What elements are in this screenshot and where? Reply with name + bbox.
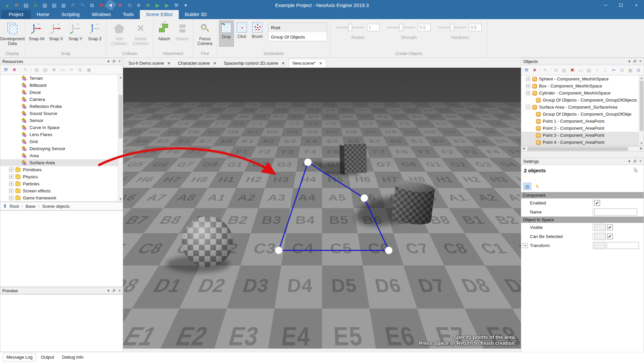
resource-item-curve-in-space[interactable]: Curve In Space bbox=[0, 124, 123, 131]
object-item-box[interactable]: +Box - Component_MeshInSpace bbox=[521, 82, 644, 89]
resource-item-surface-area[interactable]: Surface Area bbox=[0, 159, 123, 166]
visible-default-box[interactable] bbox=[594, 224, 606, 231]
cut-icon[interactable]: ✂ bbox=[610, 67, 617, 73]
delete-icon[interactable]: ✖ bbox=[97, 1, 106, 9]
tab-close-icon[interactable]: ✕ bbox=[281, 61, 285, 66]
resource-item-sensor[interactable]: Sensor bbox=[0, 117, 123, 124]
settings-pin-icon[interactable]: ⚲ bbox=[632, 159, 638, 164]
tools-icon[interactable]: ⚒ bbox=[172, 1, 181, 9]
scroll-left-icon[interactable]: ◀ bbox=[522, 146, 525, 150]
expand-icon[interactable]: + bbox=[9, 175, 13, 179]
scale-tool-icon[interactable]: ✥ bbox=[134, 1, 143, 9]
rename-icon[interactable]: ▭ bbox=[578, 67, 584, 73]
objects-pin-icon[interactable]: ⚲ bbox=[632, 59, 638, 64]
tab-close-icon[interactable]: ✕ bbox=[167, 61, 170, 66]
expand-icon[interactable]: + bbox=[9, 168, 13, 172]
save-all-icon[interactable]: ▦ bbox=[59, 1, 68, 9]
object-item-point-4[interactable]: Point 4 - Component_AreaPoint bbox=[521, 139, 644, 146]
new-file-icon[interactable]: ▤ bbox=[21, 1, 31, 9]
scroll-up-icon[interactable]: ▲ bbox=[118, 75, 123, 80]
slider-radius-value[interactable]: 1 bbox=[367, 24, 380, 31]
tab-close-icon[interactable]: ✕ bbox=[319, 61, 322, 66]
box-object[interactable] bbox=[344, 144, 367, 173]
add-collision-button[interactable]: Add Collision bbox=[109, 20, 129, 49]
snap-button-snap-x[interactable]: '''Snap X bbox=[47, 20, 65, 49]
transform-expander[interactable]: + bbox=[523, 243, 528, 248]
brush-mode-button[interactable]: Brush bbox=[250, 20, 265, 47]
drop-mode-button[interactable]: ↷ Drop bbox=[219, 20, 234, 47]
copy-icon[interactable]: ⧉ bbox=[619, 67, 625, 73]
slider-radius-track[interactable] bbox=[336, 27, 364, 28]
scene-tab-new-scene-[interactable]: New.scene*✕ bbox=[289, 59, 326, 68]
run-icon[interactable]: ▶ bbox=[162, 1, 171, 9]
resource-item-lens-flares[interactable]: Lens Flares bbox=[0, 131, 123, 138]
expand-icon[interactable]: − bbox=[526, 105, 530, 109]
document-icon[interactable]: ▤ bbox=[586, 67, 592, 73]
tab-windows[interactable]: Windows bbox=[86, 10, 117, 19]
expand-icon[interactable]: + bbox=[526, 91, 530, 95]
snap-button-snap-z[interactable]: '''Snap Z bbox=[86, 20, 104, 49]
breadcrumb-item-scene-objects[interactable]: Scene objects bbox=[42, 204, 70, 209]
import-resources-icon[interactable]: ⇊ bbox=[31, 1, 40, 9]
new-icon[interactable]: ▤ bbox=[561, 67, 568, 73]
properties-tab-icon[interactable]: ▤ bbox=[523, 183, 531, 190]
object-item-point-3[interactable]: Point 3 - Component_AreaPoint bbox=[521, 132, 644, 139]
tab-project[interactable]: Project bbox=[1, 10, 31, 19]
tab-builder-3d[interactable]: Builder 3D bbox=[179, 10, 213, 19]
resource-item-area[interactable]: Area bbox=[0, 152, 123, 159]
new-icon[interactable]: ▤ bbox=[42, 67, 49, 72]
visible-checkbox[interactable]: ✔ bbox=[607, 225, 613, 230]
preview-close-icon[interactable]: × bbox=[118, 288, 121, 293]
expand-icon[interactable]: + bbox=[9, 189, 13, 193]
resources-menu-icon[interactable]: ▾ bbox=[107, 59, 109, 64]
move-up-icon[interactable]: ↑ bbox=[594, 67, 600, 73]
resource-item-reflection-probe[interactable]: Reflection Probe bbox=[0, 103, 123, 110]
resource-item-terrain[interactable]: Terrain bbox=[0, 75, 123, 82]
name-input[interactable] bbox=[594, 208, 637, 216]
resource-item-grid[interactable]: Grid bbox=[0, 138, 123, 145]
close-button[interactable]: × bbox=[629, 0, 644, 10]
events-tab-icon[interactable]: ϟ bbox=[533, 183, 541, 190]
tab-close-icon[interactable]: ✕ bbox=[213, 61, 216, 66]
sphere-object[interactable] bbox=[182, 216, 233, 267]
select-tool-icon[interactable]: ➤ bbox=[104, 0, 117, 11]
cut-icon[interactable]: ✂ bbox=[68, 67, 75, 72]
scroll-down-icon[interactable]: ▼ bbox=[639, 141, 644, 146]
destination-option-root[interactable]: Root bbox=[268, 23, 327, 32]
slider-hardness-value[interactable]: 0.5 bbox=[469, 24, 482, 31]
expand-icon[interactable]: + bbox=[526, 84, 530, 88]
snap-button-snap-all[interactable]: '''Snap All bbox=[27, 20, 46, 49]
breadcrumb-item-root[interactable]: Root bbox=[10, 204, 19, 209]
preview-menu-icon[interactable]: ▾ bbox=[107, 288, 109, 293]
undo-icon[interactable]: ↶ bbox=[68, 1, 77, 9]
breadcrumb-item-base[interactable]: Base bbox=[25, 204, 36, 209]
search-icon[interactable]: ⊙ bbox=[635, 67, 642, 73]
objects-scrollbar[interactable]: ▲ ▼ bbox=[639, 75, 644, 146]
tab-home[interactable]: Home bbox=[31, 10, 55, 19]
tab-tools[interactable]: Tools bbox=[117, 10, 140, 19]
play-icon[interactable]: ▶ bbox=[153, 1, 162, 9]
object-item-point-2[interactable]: Point 2 - Component_AreaPoint bbox=[521, 125, 644, 132]
scroll-down-icon[interactable]: ▼ bbox=[118, 196, 123, 201]
save-icon[interactable]: ▦ bbox=[40, 1, 49, 9]
resource-item-destroying-sensor[interactable]: Destroying Sensor bbox=[0, 145, 123, 152]
scene-tab-spaceship-control-2d-scene[interactable]: Spaceship control 2D.scene✕ bbox=[220, 59, 288, 68]
object-item-group-of-objects[interactable]: Group Of Objects - Component_GroupOfObje… bbox=[521, 97, 644, 104]
snap-button-snap-y[interactable]: '''Snap Y bbox=[66, 20, 85, 49]
object-item-sphere[interactable]: +Sphere - Component_MeshInSpace bbox=[521, 75, 644, 82]
enabled-checkbox[interactable]: ✔ bbox=[594, 200, 600, 206]
can-be-selected-checkbox[interactable]: ✔ bbox=[607, 234, 613, 239]
expand-icon[interactable]: + bbox=[526, 77, 530, 81]
resource-item-game-framework[interactable]: +Game framework bbox=[0, 194, 123, 201]
open-icon[interactable]: ▤ bbox=[33, 67, 40, 72]
resources-scrollbar[interactable]: ▲ ▼ bbox=[118, 75, 123, 201]
transform-input[interactable] bbox=[607, 242, 639, 249]
cylinder-object[interactable] bbox=[391, 180, 435, 226]
delete-icon[interactable]: ✖ bbox=[569, 67, 576, 73]
resource-item-physics[interactable]: +Physics bbox=[0, 173, 123, 180]
slider-hardness-track[interactable] bbox=[438, 27, 466, 28]
scene-tab-character-scene[interactable]: Character.scene✕ bbox=[175, 59, 220, 68]
transform-default-box[interactable] bbox=[594, 242, 605, 249]
detach-button[interactable]: Detach bbox=[173, 20, 191, 49]
resources-close-icon[interactable]: × bbox=[118, 59, 121, 64]
